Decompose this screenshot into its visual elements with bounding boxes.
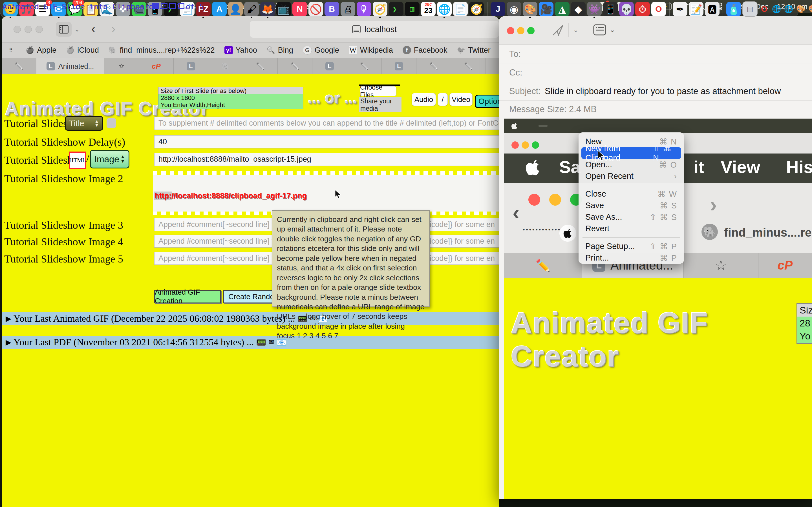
dock-icon[interactable]: 💀 [619, 2, 634, 16]
bookmark-item[interactable]: 🔍 Bing [267, 46, 293, 55]
dock-icon[interactable]: B [324, 2, 339, 16]
dock-icon[interactable]: 🎙 [357, 2, 371, 16]
dock-icon[interactable] [487, 2, 488, 16]
dock-icon[interactable]: 🦊 [260, 2, 275, 16]
size-option-custom[interactable]: You Enter Width,Height [158, 101, 303, 108]
size-option-header[interactable]: Size of First Slide (or as below) [158, 87, 303, 94]
page-format-icon[interactable] [352, 25, 361, 33]
dock-icon[interactable] [669, 2, 670, 16]
bookmark-item[interactable]: ⠿ [9, 47, 16, 53]
expander-icon[interactable]: ▶ [6, 314, 11, 323]
file-menu-item[interactable] [582, 185, 680, 185]
dock-icon[interactable]: 🖨 [341, 2, 355, 16]
row1-toggle-square[interactable] [107, 118, 116, 128]
subject-field[interactable]: Subject: Slide in clipboard ready for yo… [499, 82, 812, 101]
dock-icon[interactable]: 👤 [228, 2, 243, 16]
dock-icon[interactable]: ▥ [405, 2, 419, 16]
audio-button[interactable]: Audio [412, 93, 436, 106]
dock-icon[interactable]: 📺 [276, 2, 291, 16]
video-button[interactable]: Video [449, 93, 472, 106]
bookmark-item[interactable]: G Google [303, 46, 339, 55]
dock-icon[interactable]: A [212, 2, 227, 16]
file-menu-item[interactable]: Page Setup... ⇧ ⌘ P [578, 240, 684, 252]
dock-icon[interactable]: 🧭 [469, 2, 484, 16]
dock-icon[interactable]: 🎨 [523, 2, 538, 16]
dock-icon[interactable]: 🌐 [437, 2, 452, 16]
browser-tab[interactable]: 🐘 [208, 58, 243, 74]
close-button[interactable] [507, 27, 514, 34]
browser-tab[interactable]: ✏️ [451, 58, 486, 74]
sidebar-chevron-icon[interactable]: ⌄ [74, 26, 80, 33]
dock-icon[interactable]: 🎨 [808, 2, 812, 16]
browser-tab[interactable]: ✏️ [243, 58, 278, 74]
dock-icon[interactable]: 🅰 [705, 2, 719, 16]
dock-icon[interactable]: 🚫 [308, 2, 323, 16]
expander-icon[interactable]: ▶ [6, 338, 11, 347]
browser-tab[interactable]: L Animated... [36, 58, 104, 74]
dock-icon[interactable]: J [491, 2, 505, 16]
bookmark-item[interactable]: 🐘 find_minus....rep+%22s%22 [109, 46, 215, 55]
browser-tab[interactable]: ✏️ [416, 58, 451, 74]
header-fields-button[interactable] [593, 24, 606, 36]
dock-icon[interactable]: ▤ [742, 1, 758, 17]
dock-icon[interactable]: 🖌 [244, 2, 259, 16]
dock-icon[interactable]: ✒ [673, 2, 688, 16]
address-bar[interactable]: localhost [250, 21, 499, 38]
browser-tab[interactable]: L [312, 58, 347, 74]
send-button[interactable] [552, 24, 564, 37]
cc-field[interactable]: Cc: [499, 63, 812, 82]
dock-icon[interactable]: N [292, 2, 307, 16]
dock-icon[interactable]: 🌐 [771, 2, 782, 16]
zoom-button[interactable] [36, 25, 43, 33]
minimize-button[interactable] [517, 27, 524, 34]
browser-tab[interactable]: ✏️ [2, 58, 36, 74]
clipboard-image-link[interactable]: http://localhost:8888/clipboad_agif-17.p… [154, 191, 307, 200]
file-menu-item[interactable]: Print... ⌘ P [578, 252, 684, 264]
dock-icon[interactable]: 🎥 [539, 2, 553, 16]
sidebar-toggle-button[interactable] [56, 22, 71, 37]
header-fields-chevron-icon[interactable]: ⌄ [610, 26, 615, 34]
small-envelope-icon[interactable]: ✉ [269, 339, 274, 346]
dock-icon[interactable] [723, 2, 723, 16]
size-select-listbox[interactable]: Size of First Slide (or as below) 2880 x… [158, 87, 303, 109]
image-select[interactable]: Image▲▼ [90, 150, 130, 168]
last-pdf-bar[interactable]: ▶ Your Last PDF (November 03 2021 06:14:… [2, 336, 499, 349]
file-menu-item[interactable]: Close ⌘ W [578, 188, 684, 200]
bookmark-item[interactable]: 🍏 iCloud [66, 46, 99, 55]
browser-tab[interactable]: ✏️ [278, 58, 312, 74]
slash-button[interactable]: / [438, 93, 448, 106]
back-button[interactable]: ‹ [91, 22, 95, 35]
animated-gif-creation-button[interactable]: Animated GIF Creation [154, 290, 221, 303]
choose-files-button[interactable]: Choose Files [360, 86, 396, 96]
html-chip-button[interactable]: HTML [69, 152, 86, 169]
browser-tab[interactable]: L [382, 58, 416, 74]
file-menu-item[interactable]: Open Recent › [578, 170, 684, 182]
dock-icon[interactable]: ◉ [507, 2, 521, 16]
forward-button[interactable]: › [112, 22, 115, 35]
delay-input[interactable]: 40 [154, 135, 499, 149]
minimize-button[interactable] [24, 25, 32, 33]
browser-tab[interactable]: L [174, 58, 208, 74]
dock-icon[interactable]: DEC 23 [421, 2, 436, 16]
dock-icon[interactable]: ◆ [571, 2, 586, 16]
file-menu-item[interactable]: New from Clipboard ⇧ ⌘ N [581, 147, 681, 159]
title-select[interactable]: Title▲▼ [65, 116, 103, 131]
file-menu-item[interactable]: Save As... ⇧ ⌘ S [578, 211, 684, 223]
dock-icon[interactable]: 🧴 [726, 2, 741, 16]
browser-tab[interactable]: ✏️ [347, 58, 382, 74]
options-button[interactable]: Option [475, 95, 499, 108]
close-button[interactable] [13, 25, 21, 33]
bookmark-item[interactable]: 🐦 Twitter [457, 46, 490, 55]
bookmark-item[interactable]: W Wikipedia [349, 46, 393, 55]
dock-icon[interactable]: 📱 [603, 2, 618, 16]
dock-icon[interactable]: 🌐 [783, 2, 794, 16]
attached-screenshot[interactable]: Sa it View History ‹ › •••••••••••• 🐘 fi… [504, 119, 812, 499]
dock-icon[interactable]: O [651, 2, 666, 16]
bookmark-item[interactable]: y! Yahoo [224, 46, 257, 55]
browser-tab[interactable]: ☆ [104, 58, 139, 74]
slide1-url-input[interactable]: http://localhost:8888/mailto_osascript-1… [154, 153, 499, 166]
size-option-current[interactable]: 2880 x 1800 [158, 94, 303, 101]
browser-tab[interactable]: cP [139, 58, 174, 74]
dock-icon[interactable]: O [759, 2, 770, 16]
dock-icon[interactable]: ◮ [555, 2, 569, 16]
